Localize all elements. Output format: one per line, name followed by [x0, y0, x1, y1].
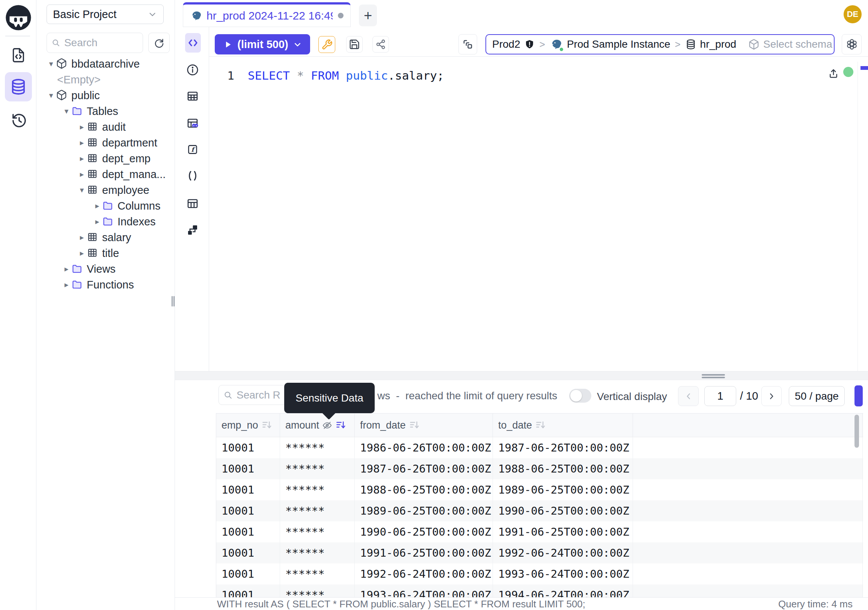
rail-databases-button[interactable]	[5, 72, 32, 101]
vertical-display-toggle[interactable]	[569, 389, 591, 403]
table-row[interactable]: 10001******1990-06-25T00:00:00Z1991-06-2…	[216, 522, 863, 542]
table-cell[interactable]: 1993-06-24T00:00:00Z	[493, 563, 633, 584]
table-cell[interactable]: 1991-06-25T00:00:00Z	[493, 522, 633, 542]
next-page-button[interactable]	[761, 386, 782, 406]
tree-item[interactable]: ▸dept_emp	[36, 151, 175, 166]
eye-off-icon[interactable]	[322, 420, 332, 430]
prev-page-button[interactable]	[678, 386, 699, 406]
rail-history-button[interactable]	[10, 111, 28, 130]
tree-item[interactable]: ▸salary	[36, 230, 175, 245]
schema-selector[interactable]: Select schema	[742, 35, 835, 54]
table-cell[interactable]: 10001	[216, 542, 280, 563]
tree-item[interactable]: ▸Indexes	[36, 214, 175, 230]
sort-icon[interactable]	[535, 419, 546, 431]
column-header[interactable]: emp_no	[216, 414, 280, 437]
procedures-panel-button[interactable]	[185, 168, 200, 183]
tree-item[interactable]: ▾public	[36, 87, 175, 103]
table-cell[interactable]: 1987-06-26T00:00:00Z	[355, 458, 493, 479]
table-cell[interactable]: 10001	[216, 458, 280, 479]
caret-icon[interactable]: ▾	[46, 59, 56, 68]
caret-icon[interactable]: ▾	[62, 107, 71, 116]
new-tab-button[interactable]: +	[359, 5, 377, 26]
tables-panel-button[interactable]	[185, 88, 200, 104]
tree-item[interactable]: ▸Columns	[36, 198, 175, 214]
caret-icon[interactable]: ▾	[77, 186, 87, 194]
column-header[interactable]: to_date	[493, 414, 633, 437]
rail-worksheet-button[interactable]	[9, 46, 28, 65]
column-header[interactable]: amount	[280, 414, 355, 437]
admin-wrench-button[interactable]	[318, 36, 335, 53]
table-cell[interactable]: ******	[280, 522, 355, 542]
run-query-button[interactable]: (limit 500)	[215, 34, 310, 54]
editor-scrollbar-thumb[interactable]	[860, 66, 868, 70]
table-cell[interactable]	[633, 584, 863, 597]
external-tables-panel-button[interactable]	[185, 196, 200, 211]
caret-icon[interactable]: ▸	[77, 154, 87, 163]
sidebar-search-input[interactable]	[64, 37, 138, 49]
share-button[interactable]	[372, 36, 389, 53]
sort-icon[interactable]	[261, 419, 273, 431]
table-cell[interactable]: 1989-06-25T00:00:00Z	[355, 500, 493, 522]
table-row[interactable]: 10001******1991-06-25T00:00:00Z1992-06-2…	[216, 542, 863, 563]
tree-item[interactable]: ▸audit	[36, 119, 175, 135]
results-scrollbar-thumb[interactable]	[854, 415, 859, 448]
tree-item[interactable]: ▾bbdataarchive	[36, 56, 175, 72]
column-header[interactable]: from_date	[355, 414, 493, 437]
table-row[interactable]: 10001******1987-06-26T00:00:00Z1988-06-2…	[216, 458, 863, 479]
table-cell[interactable]: 1987-06-26T00:00:00Z	[493, 437, 633, 458]
tree-item[interactable]: ▸title	[36, 245, 175, 261]
caret-icon[interactable]: ▸	[77, 123, 87, 132]
table-row[interactable]: 10001******1992-06-24T00:00:00Z1993-06-2…	[216, 563, 863, 584]
app-logo[interactable]	[4, 3, 33, 32]
caret-icon[interactable]: ▸	[62, 280, 71, 289]
connection-breadcrumb[interactable]: Prod2 > Prod Sample Instance >	[485, 34, 835, 54]
table-cell[interactable]	[633, 437, 863, 458]
table-cell[interactable]	[633, 522, 863, 542]
table-cell[interactable]	[633, 479, 863, 500]
table-cell[interactable]: ******	[280, 500, 355, 522]
table-cell[interactable]: 1992-06-24T00:00:00Z	[355, 563, 493, 584]
editor-mode-button[interactable]	[185, 33, 201, 53]
table-cell[interactable]: 10001	[216, 563, 280, 584]
sidebar-resize-handle[interactable]	[172, 296, 173, 306]
tree-item[interactable]: ▸Functions	[36, 277, 175, 293]
tree-item[interactable]: ▸Views	[36, 261, 175, 277]
primary-action-button[interactable]	[854, 385, 863, 407]
table-cell[interactable]	[633, 500, 863, 522]
code-line[interactable]: 1 SELECT * FROM public.salary;	[225, 69, 444, 82]
table-cell[interactable]: 1988-06-25T00:00:00Z	[355, 479, 493, 500]
tree-item[interactable]: ▾Tables	[36, 103, 175, 119]
ai-assistant-button[interactable]	[842, 34, 862, 54]
table-row[interactable]: 10001******1986-06-26T00:00:00Z1987-06-2…	[216, 437, 863, 458]
schema-diagram-button[interactable]	[185, 222, 200, 237]
sidebar-search[interactable]	[46, 33, 143, 53]
table-cell[interactable]: 1991-06-25T00:00:00Z	[355, 542, 493, 563]
table-cell[interactable]: ******	[280, 437, 355, 458]
table-row[interactable]: 10001******1989-06-25T00:00:00Z1990-06-2…	[216, 500, 863, 522]
table-row[interactable]: 10001******1993-06-24T00:00:00Z1994-06-2…	[216, 584, 863, 597]
user-avatar[interactable]: DE	[843, 5, 862, 23]
sort-icon-active[interactable]	[335, 419, 347, 431]
table-cell[interactable]: 10001	[216, 437, 280, 458]
connection-target[interactable]: Prod2 > Prod Sample Instance >	[486, 35, 742, 54]
caret-icon[interactable]: ▾	[46, 91, 56, 100]
tree-item[interactable]: ▾employee	[36, 182, 175, 198]
batch-query-button[interactable]	[459, 34, 477, 54]
sort-icon[interactable]	[409, 419, 420, 431]
table-cell[interactable]	[633, 542, 863, 563]
table-cell[interactable]: 10001	[216, 479, 280, 500]
page-size-select[interactable]: 50 / page	[789, 386, 845, 406]
tree-item[interactable]: ▸dept_mana...	[36, 166, 175, 182]
table-cell[interactable]: 10001	[216, 500, 280, 522]
page-number-input[interactable]	[704, 386, 736, 406]
table-cell[interactable]: 1990-06-25T00:00:00Z	[493, 500, 633, 522]
table-cell[interactable]: 10001	[216, 522, 280, 542]
refresh-schema-button[interactable]	[148, 33, 170, 53]
table-cell[interactable]: 1986-06-26T00:00:00Z	[355, 437, 493, 458]
functions-panel-button[interactable]: f	[185, 142, 200, 157]
masking-panel-button[interactable]	[185, 116, 200, 131]
panel-splitter[interactable]	[175, 371, 868, 380]
upload-sql-button[interactable]	[828, 68, 840, 80]
tab-hr-prod[interactable]: hr_prod 2024-11-22 16:49	[183, 2, 351, 27]
tree-item[interactable]: ▸department	[36, 135, 175, 151]
